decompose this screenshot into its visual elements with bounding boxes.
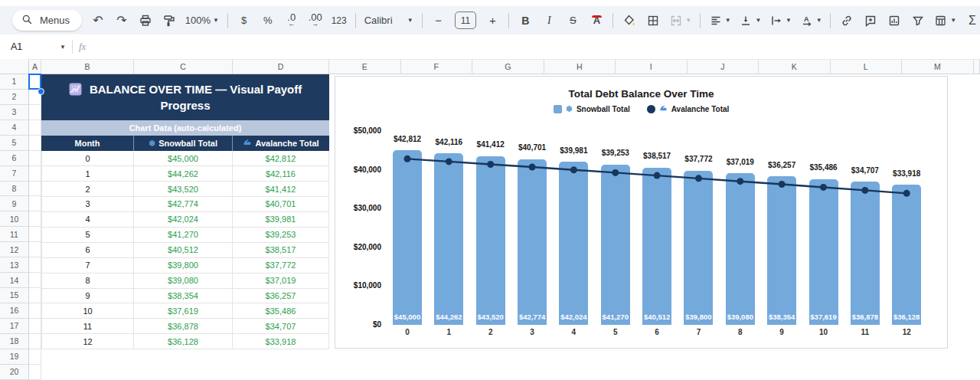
avalanche-value-cell[interactable]: $42,812 — [233, 151, 329, 166]
cell-A18[interactable] — [29, 334, 41, 349]
row-header-1[interactable]: 1 — [0, 74, 29, 90]
column-header-B[interactable]: B — [41, 59, 134, 74]
column-header-E[interactable]: E — [329, 59, 401, 74]
snowball-value-cell[interactable]: $40,512 — [134, 243, 233, 258]
row-header-11[interactable]: 11 — [0, 227, 29, 242]
row-header-12[interactable]: 12 — [0, 242, 29, 257]
avalanche-value-cell[interactable]: $34,707 — [233, 319, 329, 334]
avalanche-value-cell[interactable]: $36,257 — [233, 289, 329, 304]
column-header-I[interactable]: I — [616, 59, 688, 74]
fx-icon[interactable]: fx — [79, 41, 86, 53]
menus-button[interactable]: Menus — [12, 10, 82, 31]
font-size-input[interactable]: 11 — [455, 11, 477, 29]
month-cell[interactable]: 10 — [41, 303, 134, 319]
increase-font-size-button[interactable]: + — [485, 11, 500, 31]
fill-color-button[interactable] — [622, 11, 637, 31]
avalanche-value-cell[interactable]: $39,253 — [233, 228, 329, 243]
row-header-15[interactable]: 15 — [0, 288, 29, 303]
row-header-10[interactable]: 10 — [0, 211, 29, 227]
fill-handle[interactable] — [38, 88, 44, 95]
avalanche-value-cell[interactable]: $40,701 — [233, 197, 329, 212]
snowball-value-cell[interactable]: $45,000 — [134, 151, 233, 166]
row-header-5[interactable]: 5 — [0, 136, 29, 151]
column-header-D[interactable]: D — [233, 59, 329, 74]
avalanche-column-header[interactable]: Avalanche Total — [233, 136, 329, 151]
zoom-select[interactable]: 100%▼ — [185, 11, 219, 31]
table-subtitle-cell[interactable]: Chart Data (auto-calculated) — [41, 120, 329, 136]
cell-A20[interactable] — [29, 365, 41, 380]
avalanche-value-cell[interactable]: $37,772 — [233, 258, 329, 274]
row-header-4[interactable]: 4 — [0, 120, 29, 136]
row-header-7[interactable]: 7 — [0, 166, 29, 182]
snowball-value-cell[interactable]: $43,520 — [134, 182, 233, 197]
column-header-H[interactable]: H — [544, 59, 616, 74]
increase-decimal-button[interactable]: .00→ — [308, 11, 323, 31]
cell-A10[interactable] — [29, 211, 41, 227]
month-cell[interactable]: 11 — [41, 319, 134, 334]
row-header-9[interactable]: 9 — [0, 196, 29, 211]
row-header-16[interactable]: 16 — [0, 303, 29, 319]
snowball-value-cell[interactable]: $36,128 — [134, 334, 233, 349]
avalanche-value-cell[interactable]: $33,918 — [233, 334, 329, 349]
column-header-K[interactable]: K — [759, 59, 831, 74]
bold-button[interactable]: B — [518, 11, 533, 31]
column-header-G[interactable]: G — [472, 59, 544, 74]
month-cell[interactable]: 2 — [41, 182, 134, 197]
column-header-partial[interactable] — [974, 59, 980, 74]
cell-A8[interactable] — [29, 182, 41, 197]
snowball-value-cell[interactable]: $42,024 — [134, 212, 233, 228]
cell-A13[interactable] — [29, 257, 41, 273]
table-views-button[interactable]: ▼ — [934, 11, 956, 31]
snowball-value-cell[interactable]: $41,270 — [134, 228, 233, 243]
cell-A14[interactable] — [29, 273, 41, 288]
cell-A6[interactable] — [29, 151, 41, 166]
month-column-header[interactable]: Month — [41, 136, 134, 151]
snowball-value-cell[interactable]: $36,878 — [134, 319, 233, 334]
month-cell[interactable]: 5 — [41, 228, 134, 243]
cell-A5[interactable] — [29, 136, 41, 151]
avalanche-value-cell[interactable]: $35,486 — [233, 303, 329, 319]
row-header-17[interactable]: 17 — [0, 319, 29, 334]
functions-button[interactable]: Σ — [965, 11, 980, 31]
row-header-18[interactable]: 18 — [0, 334, 29, 349]
snowball-value-cell[interactable]: $37,619 — [134, 303, 233, 319]
column-header-A[interactable]: A — [29, 59, 41, 74]
month-cell[interactable]: 12 — [41, 334, 134, 349]
cell-A3[interactable] — [29, 105, 41, 120]
paint-format-button[interactable] — [162, 11, 177, 31]
print-button[interactable] — [138, 11, 153, 31]
cell-A19[interactable] — [29, 349, 41, 365]
cell-A9[interactable] — [29, 196, 41, 211]
row-header-20[interactable]: 20 — [0, 365, 29, 380]
row-header-13[interactable]: 13 — [0, 257, 29, 273]
cell-A1[interactable] — [29, 74, 41, 90]
month-cell[interactable]: 9 — [41, 289, 134, 304]
decrease-decimal-button[interactable]: .0← — [284, 11, 299, 31]
merge-cells-button[interactable]: ▼ — [669, 11, 691, 31]
row-header-6[interactable]: 6 — [0, 151, 29, 166]
snowball-value-cell[interactable]: $39,080 — [134, 274, 233, 289]
column-header-M[interactable]: M — [902, 59, 974, 74]
currency-format-button[interactable]: $ — [237, 11, 252, 31]
cell-A4[interactable] — [29, 120, 41, 136]
percent-format-button[interactable]: % — [260, 11, 276, 31]
select-all-corner[interactable] — [0, 59, 29, 74]
cell-A16[interactable] — [29, 303, 41, 319]
table-title-cell[interactable]: BALANCE OVER TIME — Visual Payoff Progre… — [41, 74, 329, 120]
vertical-align-button[interactable]: ▼ — [740, 11, 762, 31]
cell-A11[interactable] — [29, 227, 41, 242]
month-cell[interactable]: 0 — [41, 151, 134, 166]
month-cell[interactable]: 8 — [41, 274, 134, 289]
cell-A17[interactable] — [29, 319, 41, 334]
snowball-value-cell[interactable]: $42,774 — [134, 197, 233, 212]
text-color-button[interactable]: A — [589, 11, 604, 31]
borders-button[interactable] — [645, 11, 661, 31]
text-rotation-button[interactable]: A ▼ — [800, 11, 822, 31]
snowball-value-cell[interactable]: $44,262 — [134, 166, 233, 182]
row-header-19[interactable]: 19 — [0, 349, 29, 365]
cell-A7[interactable] — [29, 166, 41, 182]
month-cell[interactable]: 4 — [41, 212, 134, 228]
column-header-L[interactable]: L — [831, 59, 903, 74]
insert-comment-button[interactable] — [863, 11, 878, 31]
text-wrap-button[interactable]: ▼ — [769, 11, 792, 31]
